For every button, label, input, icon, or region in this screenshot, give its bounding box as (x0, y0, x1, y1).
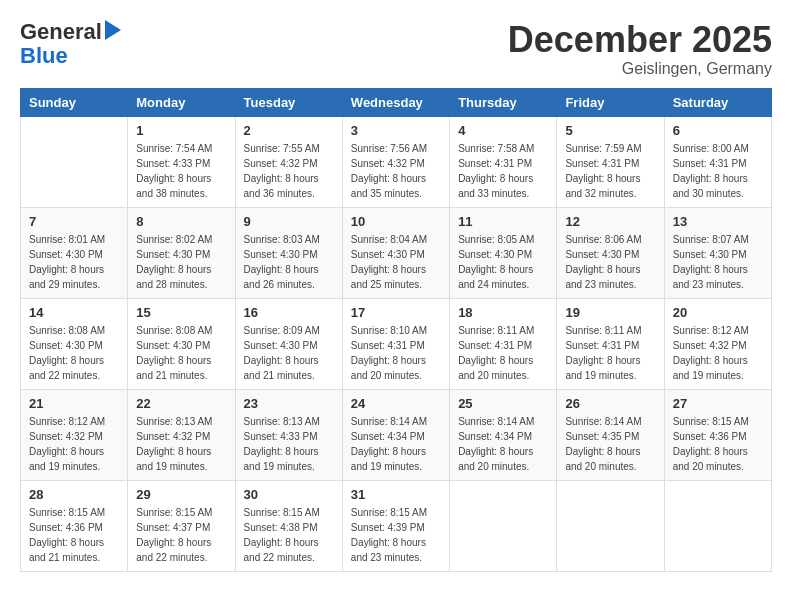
day-number: 28 (29, 487, 119, 502)
day-number: 31 (351, 487, 441, 502)
day-header-sunday: Sunday (21, 88, 128, 116)
calendar-cell: 1Sunrise: 7:54 AM Sunset: 4:33 PM Daylig… (128, 116, 235, 207)
day-number: 4 (458, 123, 548, 138)
day-info: Sunrise: 7:54 AM Sunset: 4:33 PM Dayligh… (136, 141, 226, 201)
calendar-cell: 17Sunrise: 8:10 AM Sunset: 4:31 PM Dayli… (342, 298, 449, 389)
calendar-cell: 23Sunrise: 8:13 AM Sunset: 4:33 PM Dayli… (235, 389, 342, 480)
calendar-cell: 18Sunrise: 8:11 AM Sunset: 4:31 PM Dayli… (450, 298, 557, 389)
calendar-cell: 28Sunrise: 8:15 AM Sunset: 4:36 PM Dayli… (21, 480, 128, 571)
calendar-cell: 8Sunrise: 8:02 AM Sunset: 4:30 PM Daylig… (128, 207, 235, 298)
calendar-header-row: SundayMondayTuesdayWednesdayThursdayFrid… (21, 88, 772, 116)
day-number: 24 (351, 396, 441, 411)
location-title: Geislingen, Germany (508, 60, 772, 78)
calendar-cell: 30Sunrise: 8:15 AM Sunset: 4:38 PM Dayli… (235, 480, 342, 571)
day-info: Sunrise: 8:14 AM Sunset: 4:34 PM Dayligh… (458, 414, 548, 474)
calendar-cell: 14Sunrise: 8:08 AM Sunset: 4:30 PM Dayli… (21, 298, 128, 389)
day-number: 9 (244, 214, 334, 229)
day-number: 27 (673, 396, 763, 411)
day-info: Sunrise: 8:08 AM Sunset: 4:30 PM Dayligh… (29, 323, 119, 383)
day-number: 6 (673, 123, 763, 138)
day-number: 20 (673, 305, 763, 320)
day-number: 11 (458, 214, 548, 229)
day-header-monday: Monday (128, 88, 235, 116)
calendar-cell: 9Sunrise: 8:03 AM Sunset: 4:30 PM Daylig… (235, 207, 342, 298)
calendar-cell: 19Sunrise: 8:11 AM Sunset: 4:31 PM Dayli… (557, 298, 664, 389)
day-info: Sunrise: 8:05 AM Sunset: 4:30 PM Dayligh… (458, 232, 548, 292)
day-number: 17 (351, 305, 441, 320)
calendar-cell: 27Sunrise: 8:15 AM Sunset: 4:36 PM Dayli… (664, 389, 771, 480)
calendar-cell: 25Sunrise: 8:14 AM Sunset: 4:34 PM Dayli… (450, 389, 557, 480)
calendar-cell: 24Sunrise: 8:14 AM Sunset: 4:34 PM Dayli… (342, 389, 449, 480)
logo-blue-text: Blue (20, 44, 68, 68)
title-section: December 2025 Geislingen, Germany (508, 20, 772, 78)
calendar-cell: 16Sunrise: 8:09 AM Sunset: 4:30 PM Dayli… (235, 298, 342, 389)
calendar-cell: 2Sunrise: 7:55 AM Sunset: 4:32 PM Daylig… (235, 116, 342, 207)
day-info: Sunrise: 8:02 AM Sunset: 4:30 PM Dayligh… (136, 232, 226, 292)
page-header: General Blue December 2025 Geislingen, G… (20, 20, 772, 78)
calendar-week-row: 28Sunrise: 8:15 AM Sunset: 4:36 PM Dayli… (21, 480, 772, 571)
day-info: Sunrise: 8:13 AM Sunset: 4:32 PM Dayligh… (136, 414, 226, 474)
day-number: 5 (565, 123, 655, 138)
day-header-thursday: Thursday (450, 88, 557, 116)
calendar-cell (557, 480, 664, 571)
day-info: Sunrise: 8:00 AM Sunset: 4:31 PM Dayligh… (673, 141, 763, 201)
day-number: 12 (565, 214, 655, 229)
calendar-cell: 15Sunrise: 8:08 AM Sunset: 4:30 PM Dayli… (128, 298, 235, 389)
calendar-week-row: 14Sunrise: 8:08 AM Sunset: 4:30 PM Dayli… (21, 298, 772, 389)
calendar-cell: 12Sunrise: 8:06 AM Sunset: 4:30 PM Dayli… (557, 207, 664, 298)
day-info: Sunrise: 8:12 AM Sunset: 4:32 PM Dayligh… (673, 323, 763, 383)
calendar-cell: 11Sunrise: 8:05 AM Sunset: 4:30 PM Dayli… (450, 207, 557, 298)
calendar-cell: 31Sunrise: 8:15 AM Sunset: 4:39 PM Dayli… (342, 480, 449, 571)
day-number: 2 (244, 123, 334, 138)
day-info: Sunrise: 7:58 AM Sunset: 4:31 PM Dayligh… (458, 141, 548, 201)
day-number: 16 (244, 305, 334, 320)
day-number: 10 (351, 214, 441, 229)
day-info: Sunrise: 8:14 AM Sunset: 4:34 PM Dayligh… (351, 414, 441, 474)
day-info: Sunrise: 8:12 AM Sunset: 4:32 PM Dayligh… (29, 414, 119, 474)
day-number: 22 (136, 396, 226, 411)
calendar-cell: 5Sunrise: 7:59 AM Sunset: 4:31 PM Daylig… (557, 116, 664, 207)
day-number: 14 (29, 305, 119, 320)
logo: General Blue (20, 20, 121, 68)
day-number: 25 (458, 396, 548, 411)
calendar-week-row: 7Sunrise: 8:01 AM Sunset: 4:30 PM Daylig… (21, 207, 772, 298)
calendar-cell: 10Sunrise: 8:04 AM Sunset: 4:30 PM Dayli… (342, 207, 449, 298)
day-number: 8 (136, 214, 226, 229)
calendar-cell: 21Sunrise: 8:12 AM Sunset: 4:32 PM Dayli… (21, 389, 128, 480)
day-info: Sunrise: 8:11 AM Sunset: 4:31 PM Dayligh… (458, 323, 548, 383)
day-number: 7 (29, 214, 119, 229)
day-number: 15 (136, 305, 226, 320)
day-info: Sunrise: 8:04 AM Sunset: 4:30 PM Dayligh… (351, 232, 441, 292)
day-info: Sunrise: 7:55 AM Sunset: 4:32 PM Dayligh… (244, 141, 334, 201)
calendar-cell (450, 480, 557, 571)
month-title: December 2025 (508, 20, 772, 60)
day-number: 30 (244, 487, 334, 502)
day-info: Sunrise: 8:14 AM Sunset: 4:35 PM Dayligh… (565, 414, 655, 474)
calendar-cell: 3Sunrise: 7:56 AM Sunset: 4:32 PM Daylig… (342, 116, 449, 207)
day-info: Sunrise: 8:01 AM Sunset: 4:30 PM Dayligh… (29, 232, 119, 292)
day-info: Sunrise: 8:10 AM Sunset: 4:31 PM Dayligh… (351, 323, 441, 383)
day-number: 3 (351, 123, 441, 138)
day-info: Sunrise: 8:11 AM Sunset: 4:31 PM Dayligh… (565, 323, 655, 383)
calendar-cell: 6Sunrise: 8:00 AM Sunset: 4:31 PM Daylig… (664, 116, 771, 207)
day-info: Sunrise: 8:15 AM Sunset: 4:37 PM Dayligh… (136, 505, 226, 565)
day-info: Sunrise: 7:56 AM Sunset: 4:32 PM Dayligh… (351, 141, 441, 201)
calendar-week-row: 1Sunrise: 7:54 AM Sunset: 4:33 PM Daylig… (21, 116, 772, 207)
day-number: 18 (458, 305, 548, 320)
day-info: Sunrise: 7:59 AM Sunset: 4:31 PM Dayligh… (565, 141, 655, 201)
calendar-cell: 22Sunrise: 8:13 AM Sunset: 4:32 PM Dayli… (128, 389, 235, 480)
day-info: Sunrise: 8:03 AM Sunset: 4:30 PM Dayligh… (244, 232, 334, 292)
day-info: Sunrise: 8:15 AM Sunset: 4:38 PM Dayligh… (244, 505, 334, 565)
calendar-cell: 20Sunrise: 8:12 AM Sunset: 4:32 PM Dayli… (664, 298, 771, 389)
day-number: 19 (565, 305, 655, 320)
calendar-cell: 4Sunrise: 7:58 AM Sunset: 4:31 PM Daylig… (450, 116, 557, 207)
logo-general-text: General (20, 20, 102, 44)
day-header-friday: Friday (557, 88, 664, 116)
calendar-cell: 13Sunrise: 8:07 AM Sunset: 4:30 PM Dayli… (664, 207, 771, 298)
calendar-cell (21, 116, 128, 207)
day-header-saturday: Saturday (664, 88, 771, 116)
day-info: Sunrise: 8:15 AM Sunset: 4:36 PM Dayligh… (29, 505, 119, 565)
day-number: 21 (29, 396, 119, 411)
calendar-table: SundayMondayTuesdayWednesdayThursdayFrid… (20, 88, 772, 572)
day-number: 1 (136, 123, 226, 138)
